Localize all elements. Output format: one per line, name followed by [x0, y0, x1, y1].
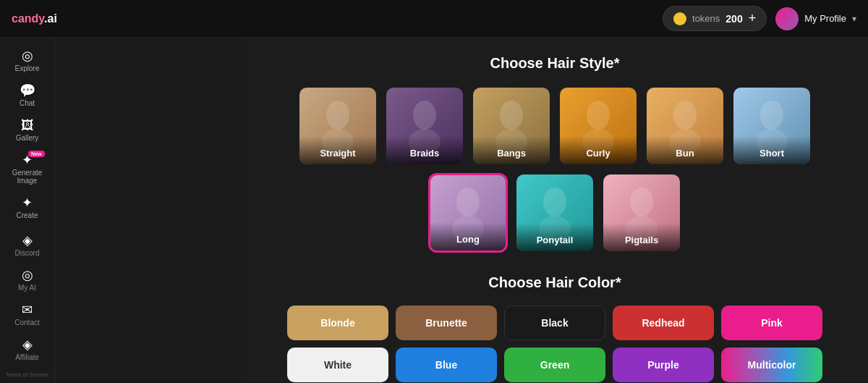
explore-icon: ◎: [22, 49, 33, 62]
affiliate-icon: ◈: [22, 338, 33, 351]
hair-style-section: Choose Hair Style* Straight Braids Bangs…: [271, 55, 839, 253]
style-card-label-bangs: Bangs: [473, 136, 550, 164]
svg-point-16: [630, 188, 653, 216]
style-card-label-straight: Straight: [299, 136, 376, 164]
discord-icon: ◈: [22, 234, 33, 247]
gallery-icon: 🖼: [21, 119, 34, 132]
svg-point-12: [456, 188, 480, 216]
tokens-count: 200: [726, 13, 742, 25]
my-ai-label: My AI: [18, 284, 36, 292]
sidebar-item-gallery[interactable]: 🖼Gallery: [6, 113, 49, 148]
sidebar-item-discord[interactable]: ◈Discord: [6, 228, 49, 263]
hair-color-grid: BlondeBrunetteBlackRedheadPinkWhiteBlueG…: [271, 306, 839, 382]
add-tokens-button[interactable]: +: [749, 11, 757, 26]
main-content: Choose Hair Style* Straight Braids Bangs…: [242, 38, 868, 383]
style-card-pigtails[interactable]: Pigtails: [602, 173, 681, 253]
svg-point-10: [760, 101, 783, 130]
style-card-label-curly: Curly: [560, 136, 637, 164]
token-coin-icon: [673, 12, 686, 25]
profile-button[interactable]: My Profile ▾: [775, 7, 856, 30]
style-card-label-braids: Braids: [386, 136, 463, 164]
chevron-down-icon: ▾: [852, 14, 856, 24]
style-card-long[interactable]: Long: [428, 173, 508, 253]
svg-point-6: [587, 101, 610, 130]
style-card-label-pigtails: Pigtails: [603, 223, 680, 251]
contact-label: Contact: [14, 319, 39, 327]
style-card-label-bun: Bun: [647, 136, 723, 164]
top-header: candy.ai tokens 200 + My Profile ▾: [0, 0, 868, 38]
hair-style-title: Choose Hair Style*: [271, 55, 839, 72]
tokens-label: tokens: [692, 13, 720, 24]
header-right: tokens 200 + My Profile ▾: [663, 6, 856, 31]
style-card-bun[interactable]: Bun: [645, 86, 725, 166]
style-card-straight[interactable]: Straight: [298, 86, 378, 166]
style-card-bangs[interactable]: Bangs: [472, 86, 551, 166]
profile-label: My Profile: [804, 13, 846, 24]
new-badge: New: [28, 151, 44, 157]
create-label: Create: [16, 211, 38, 219]
terms-label: Terms of Service: [3, 369, 52, 381]
color-btn-pink[interactable]: Pink: [721, 306, 822, 340]
create-icon: ✦: [22, 196, 33, 209]
sidebar-item-chat[interactable]: 💬Chat: [6, 78, 49, 113]
generate-label: Generate Image: [9, 169, 46, 185]
color-btn-multicolor[interactable]: Multicolor: [721, 348, 822, 382]
chat-icon: 💬: [20, 84, 35, 97]
style-card-label-long: Long: [430, 222, 506, 251]
avatar: [775, 7, 799, 30]
color-btn-black[interactable]: Black: [504, 306, 605, 340]
hair-color-section: Choose Hair Color* BlondeBrunetteBlackRe…: [271, 274, 839, 382]
gallery-label: Gallery: [16, 134, 39, 142]
style-card-braids[interactable]: Braids: [385, 86, 464, 166]
hair-color-title: Choose Hair Color*: [271, 274, 839, 291]
svg-point-0: [326, 101, 349, 130]
left-panel: [55, 38, 242, 383]
color-btn-redhead[interactable]: Redhead: [613, 306, 714, 340]
svg-point-2: [413, 101, 436, 130]
style-card-label-short: Short: [733, 136, 810, 164]
style-card-label-ponytail: Ponytail: [516, 223, 593, 251]
logo-candy: candy: [12, 12, 44, 25]
explore-label: Explore: [15, 64, 40, 72]
my-ai-icon: ◎: [22, 269, 33, 282]
sidebar: ◎Explore💬Chat🖼GalleryNew✦Generate Image✦…: [0, 38, 55, 383]
svg-point-8: [673, 101, 697, 130]
sidebar-item-my-ai[interactable]: ◎My AI: [6, 263, 49, 298]
tokens-badge[interactable]: tokens 200 +: [663, 6, 767, 31]
sidebar-item-contact[interactable]: ✉Contact: [6, 298, 49, 332]
color-btn-blonde[interactable]: Blonde: [287, 306, 388, 340]
sidebar-item-affiliate[interactable]: ◈Affiliate: [6, 332, 49, 367]
discord-label: Discord: [15, 249, 40, 257]
color-btn-brunette[interactable]: Brunette: [396, 306, 497, 340]
style-card-curly[interactable]: Curly: [558, 86, 638, 166]
contact-icon: ✉: [22, 303, 33, 316]
chat-label: Chat: [20, 99, 35, 107]
color-btn-white[interactable]: White: [287, 348, 388, 382]
sidebar-item-generate[interactable]: New✦Generate Image: [6, 148, 49, 190]
affiliate-label: Affiliate: [15, 353, 39, 361]
hair-style-grid: Straight Braids Bangs Curly Bun Short Lo…: [271, 86, 839, 253]
header-logo: candy.ai: [12, 12, 57, 25]
sidebar-item-explore[interactable]: ◎Explore: [6, 43, 49, 78]
color-btn-green[interactable]: Green: [504, 348, 605, 382]
sidebar-item-create[interactable]: ✦Create: [6, 190, 49, 225]
logo-ai: .ai: [44, 12, 57, 25]
svg-point-4: [500, 101, 523, 130]
color-btn-purple[interactable]: Purple: [613, 348, 714, 382]
style-card-short[interactable]: Short: [732, 86, 812, 166]
style-card-ponytail[interactable]: Ponytail: [515, 173, 595, 253]
svg-point-14: [543, 188, 566, 216]
color-btn-blue[interactable]: Blue: [396, 348, 497, 382]
